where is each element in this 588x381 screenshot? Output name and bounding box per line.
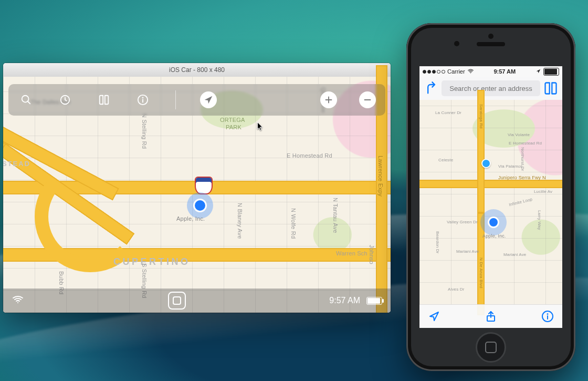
road-tantau: N Tantau Ave: [332, 198, 339, 233]
svg-marker-13: [430, 312, 438, 321]
city-label: CUPERTINO: [113, 256, 191, 267]
proximity-sensor-icon: [488, 34, 494, 39]
park-label-2: PARK: [226, 124, 242, 130]
toolbar-divider: [175, 90, 176, 109]
road-conner: La Conner Dr: [435, 110, 461, 115]
svg-point-10: [17, 302, 18, 303]
road-volante: Via Volante: [508, 132, 530, 137]
park-label-1: ORTEGA: [220, 117, 245, 123]
road-wolfe: N Wolfe Rd: [290, 208, 297, 239]
info-icon[interactable]: [134, 91, 151, 108]
home-button-icon[interactable]: [168, 292, 186, 310]
window-title: iOS Car - 800 x 480: [169, 66, 225, 74]
bookmarks-icon[interactable]: [543, 81, 558, 96]
road-junipero: Junipero Serra Fwy N: [498, 175, 546, 180]
zoom-in-icon[interactable]: [320, 91, 337, 108]
phone-map[interactable]: Apple, Inc. Junipero Serra Fwy N E Homes…: [419, 100, 562, 305]
clock-time: 9:57 AM: [329, 296, 360, 305]
car-bottombar: 9:57 AM: [3, 289, 391, 313]
label-stead: STEAD: [3, 160, 30, 168]
road-lucille: Lucille Av: [534, 189, 552, 194]
road-northurst: Northurst Dr: [520, 147, 525, 171]
hwy-curve: [35, 161, 146, 272]
locate-me-button-icon[interactable]: [428, 310, 440, 323]
status-bar: Carrier 9:57 AM: [419, 66, 562, 77]
phone-hwy-junipero: [419, 180, 562, 188]
carrier-label: Carrier: [447, 68, 465, 75]
svg-point-18: [548, 314, 548, 314]
road-valleygreen: Valley Green Dr: [447, 220, 478, 224]
road-mariani: Mariani Ave: [456, 249, 479, 254]
interstate-shield-icon: 280: [195, 177, 213, 194]
road-homestead: E Homestead Rd: [287, 152, 332, 159]
recents-clock-icon[interactable]: [57, 91, 74, 108]
wifi-status-icon: [467, 68, 474, 76]
search-icon[interactable]: [18, 91, 35, 108]
road-larryway: Larry Way: [537, 210, 542, 230]
locate-me-icon[interactable]: [200, 91, 217, 108]
bookmarks-book-icon[interactable]: [96, 91, 112, 108]
front-camera-icon: [454, 41, 459, 46]
road-johnso: Johnso: [369, 245, 375, 264]
road-beardon: Beardon Dr: [435, 231, 440, 254]
road-celeste: Celeste: [438, 158, 453, 162]
poi-apple-label: Apple, Inc.: [176, 215, 205, 222]
road-deanza: N De Anza Blvd: [479, 258, 484, 288]
svg-point-11: [470, 73, 470, 73]
car-toolbar: [8, 84, 385, 116]
phone-poi-apple: Apple, Inc.: [482, 233, 506, 239]
phone-location-dot-icon: [488, 217, 499, 228]
svg-marker-6: [205, 96, 213, 104]
search-input[interactable]: [442, 80, 540, 96]
iphone-screen: Carrier 9:57 AM: [419, 66, 562, 328]
directions-icon[interactable]: [424, 81, 438, 96]
poi-pin-icon[interactable]: [481, 159, 491, 168]
car-simulator-window: iOS Car - 800 x 480 280 CUPERTINO Apple,…: [3, 63, 391, 313]
road-stelling-n: N Stelling Rd: [141, 114, 148, 149]
svg-point-5: [143, 97, 143, 98]
label-warren: Warren Sch: [336, 250, 368, 256]
battery-icon: [366, 297, 382, 305]
iphone-home-button[interactable]: [476, 332, 506, 363]
road-palamos: Via Palamos: [498, 164, 523, 169]
phone-bottombar: [419, 304, 562, 328]
svg-marker-12: [537, 69, 540, 73]
location-status-icon: [536, 68, 541, 75]
signal-dots-icon: [423, 70, 445, 74]
window-titlebar[interactable]: iOS Car - 800 x 480: [3, 63, 391, 77]
shield-number: 280: [199, 183, 208, 190]
car-screen: 280 CUPERTINO Apple, Inc. ORTEGA PARK E …: [3, 77, 391, 313]
info-button-icon[interactable]: [541, 310, 554, 323]
status-time: 9:57 AM: [494, 68, 516, 75]
svg-line-1: [28, 101, 30, 104]
current-location-dot-icon: [193, 199, 207, 212]
phone-road-homestead: E Homestead Rd: [509, 141, 542, 146]
iphone-device: Carrier 9:57 AM: [406, 23, 575, 371]
phone-map-grid: [419, 100, 562, 305]
battery-status-icon: [543, 68, 559, 76]
zoom-out-icon[interactable]: [359, 91, 376, 108]
road-blaney: N Blaney Ave: [237, 203, 243, 239]
earpiece-icon: [477, 42, 505, 46]
road-saratoga: Saratoga Rd: [479, 104, 484, 129]
search-bar: [419, 77, 562, 100]
road-alves: Alves Dr: [448, 287, 465, 292]
share-icon[interactable]: [485, 310, 497, 323]
road-mariani-2: Mariani Ave: [503, 252, 526, 257]
wifi-icon: [12, 293, 24, 308]
road-lawrence: Lawrence Expy: [377, 156, 384, 197]
